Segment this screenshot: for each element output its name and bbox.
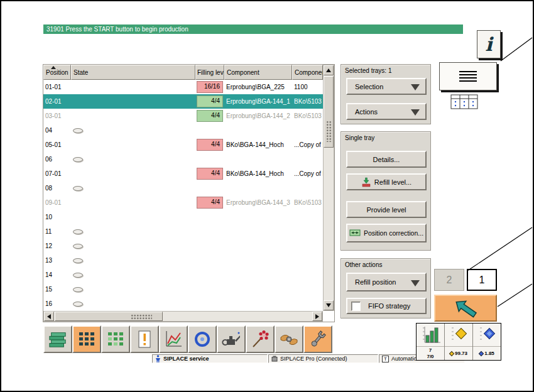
cell-component-2 xyxy=(292,210,323,224)
table-row[interactable]: 02-01 4/4 Erprobung\BGA-144_1 BKo\5103 xyxy=(43,94,323,109)
table-row[interactable]: 11 xyxy=(43,224,323,239)
yellow-diamond-icon xyxy=(449,351,454,356)
table-row[interactable]: 16 xyxy=(43,297,323,311)
table-row[interactable]: 08 xyxy=(43,181,323,195)
statusbar-connection-label: SIPLACE Pro (Connected) xyxy=(280,356,347,362)
list-view-button[interactable] xyxy=(439,62,497,90)
table-row[interactable]: 13 xyxy=(43,253,323,268)
toolbar-statistics-button[interactable] xyxy=(159,325,188,353)
column-header-state[interactable]: State xyxy=(71,65,195,80)
toolbar-cleaning-button[interactable] xyxy=(246,325,275,353)
scroll-down-button[interactable] xyxy=(324,300,334,310)
cell-position: 09-01 xyxy=(43,195,71,210)
vertical-scrollbar[interactable] xyxy=(323,65,334,311)
refill-icon xyxy=(361,177,371,187)
toolbar-maintenance-button[interactable] xyxy=(217,325,246,353)
scroll-left-button[interactable] xyxy=(44,312,54,321)
column-header-filling-level[interactable]: Filling level xyxy=(195,65,224,80)
horizontal-scrollbar[interactable] xyxy=(43,311,323,322)
cell-component: Erprobung\BGA-144_2 xyxy=(224,109,292,123)
empty-tray-icon xyxy=(73,128,83,133)
info-icon: i xyxy=(485,35,492,54)
cell-filling-level xyxy=(195,152,224,166)
gauge-performance: 99.73 xyxy=(445,324,473,360)
cell-component xyxy=(224,282,292,297)
provide-level-button[interactable]: Provide level xyxy=(346,201,427,218)
back-button[interactable] xyxy=(434,295,497,322)
arrow-left-icon xyxy=(47,314,51,319)
table-row[interactable]: 01-01 16/16 Erprobung\BGA_225 1100 xyxy=(43,80,323,94)
table-row[interactable]: 07-01 4/4 BKo\BGA-144_Hoch ...Copy of 51 xyxy=(43,166,323,181)
gauge1-value: 7 xyxy=(429,347,432,353)
table-row[interactable]: 03-01 4/4 Erprobung\BGA-144_2 BKo\5103 xyxy=(43,109,323,123)
flower-brush-icon xyxy=(251,330,270,349)
cell-position: 01-01 xyxy=(43,80,71,94)
table-row[interactable]: 15 xyxy=(43,282,323,297)
table-row[interactable]: 06 xyxy=(43,152,323,166)
callout-line-info xyxy=(501,38,532,61)
page-tab-2[interactable]: 2 xyxy=(434,269,464,291)
column-header-component-2[interactable]: Component xyxy=(292,65,323,80)
fifo-strategy-checkbox[interactable] xyxy=(351,302,361,311)
table-row[interactable]: 10 xyxy=(43,210,323,224)
gauge2-value: 99.73 xyxy=(455,351,467,356)
fifo-strategy-row: FIFO strategy xyxy=(346,298,427,314)
cell-filling-level: 16/16 xyxy=(195,80,224,94)
cell-state xyxy=(71,297,195,311)
status-message: 31901 Press the START button to begin pr… xyxy=(46,26,188,33)
horizontal-scroll-thumb[interactable] xyxy=(55,312,163,321)
cell-component-2 xyxy=(292,224,323,239)
back-arrow-icon xyxy=(453,299,478,318)
vertical-scroll-thumb[interactable] xyxy=(324,76,334,148)
column-header-component[interactable]: Component xyxy=(224,65,292,80)
table-view-button[interactable] xyxy=(449,93,480,111)
cell-component xyxy=(224,181,292,195)
cell-filling-level xyxy=(195,224,224,239)
gauge-panel[interactable]: 7 7/0 99.73 xyxy=(416,323,501,361)
table-row[interactable]: 04 xyxy=(43,123,323,138)
details-button[interactable]: Details... xyxy=(346,151,427,168)
refill-position-dropdown[interactable]: Refill position xyxy=(346,273,427,291)
table-row[interactable]: 09-01 4/4 Erprobung\BGA-144_3 BKo\5103 xyxy=(43,195,323,210)
toolbar-component-grid-button[interactable] xyxy=(101,325,130,353)
callout-line-tabs xyxy=(467,227,532,271)
cell-component-2 xyxy=(292,297,323,311)
cell-component-2: BKo\5103 xyxy=(292,94,323,109)
position-correction-button[interactable]: Position correction... xyxy=(346,224,427,242)
cell-position: 15 xyxy=(43,282,71,297)
scroll-up-button[interactable] xyxy=(324,65,334,75)
info-button[interactable]: i xyxy=(477,30,501,58)
empty-tray-icon xyxy=(73,287,83,292)
page-tab-1[interactable]: 1 xyxy=(467,269,497,291)
cell-position: 03-01 xyxy=(43,109,71,123)
bar-gauge-icon xyxy=(419,325,442,344)
list-view-icon xyxy=(459,71,477,82)
cell-position: 14 xyxy=(43,268,71,282)
table-row[interactable]: 14 xyxy=(43,268,323,282)
cell-state xyxy=(71,181,195,195)
toolbar-report-button[interactable] xyxy=(130,325,159,353)
cell-filling-level: 4/4 xyxy=(195,195,224,210)
toolbar-service-button[interactable] xyxy=(303,325,332,353)
statusbar-user-segment: SIPLACE service xyxy=(152,354,268,363)
component-grid-icon xyxy=(106,330,125,349)
refill-level-button[interactable]: Refill level... xyxy=(346,173,427,190)
cell-filling-level xyxy=(195,123,224,138)
toolbar-tray-stack-button[interactable] xyxy=(43,325,72,353)
toolbar-tray-table-button[interactable] xyxy=(72,325,101,353)
scroll-right-button[interactable] xyxy=(312,312,322,321)
cell-component-2 xyxy=(292,268,323,282)
single-tray-group: Single tray Details... Refill level... P… xyxy=(341,131,431,251)
toolbar-manual-service-button[interactable] xyxy=(275,325,303,353)
table-row[interactable]: 12 xyxy=(43,239,323,253)
selection-dropdown[interactable]: Selection xyxy=(346,78,427,95)
cell-state xyxy=(71,138,195,152)
actions-dropdown[interactable]: Actions xyxy=(346,103,427,120)
table-row[interactable]: 05-01 4/4 BKo\BGA-144_Hoch ...Copy of 51 xyxy=(43,138,323,152)
column-header-position[interactable]: Position xyxy=(43,65,71,80)
filling-level-chip: 4/4 xyxy=(197,110,223,122)
main-toolbar xyxy=(43,325,332,353)
cell-component-2 xyxy=(292,282,323,297)
toolbar-camera-button[interactable] xyxy=(188,325,217,353)
cell-component xyxy=(224,253,292,268)
